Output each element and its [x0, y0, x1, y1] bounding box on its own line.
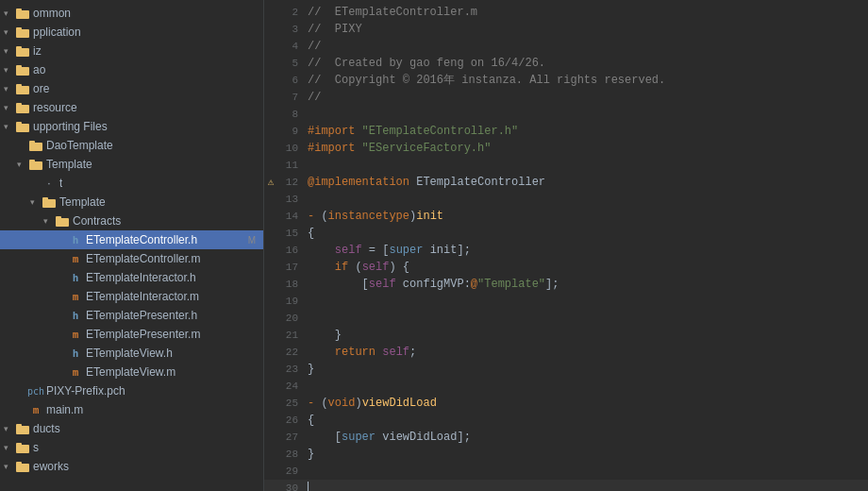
line-content[interactable]: } — [308, 446, 849, 463]
line-content[interactable]: #import "ETemplateController.h" — [308, 123, 849, 140]
sidebar-item-label: ore — [33, 82, 49, 95]
svg-rect-27 — [16, 462, 22, 466]
line-content[interactable]: if (self) { — [308, 259, 849, 276]
code-line: 11 — [264, 157, 868, 174]
token-method: viewDidLoad — [362, 397, 437, 410]
line-number: 8 — [277, 106, 308, 123]
sidebar-item-supporting[interactable]: ▾upporting Files — [0, 117, 263, 136]
sidebar-item-ETemplatePresenter.h[interactable]: hETemplatePresenter.h — [0, 306, 263, 325]
token-plain: configMVP: — [396, 278, 471, 291]
code-line: 13 — [264, 191, 868, 208]
sidebar-item-Template-group[interactable]: ▾Template — [0, 155, 263, 174]
sidebar-item-Template-sub[interactable]: ▾Template — [0, 193, 263, 212]
line-content[interactable]: // Created by gao feng on 16/4/26. — [308, 55, 849, 72]
line-content[interactable]: #import "EServiceFactory.h" — [308, 140, 849, 157]
file-icon — [15, 459, 30, 474]
line-number: 16 — [277, 242, 308, 259]
line-number: 6 — [277, 72, 308, 89]
svg-rect-1 — [16, 8, 22, 12]
sidebar-item-ETemplateView.m[interactable]: mETemplateView.m — [0, 363, 263, 381]
file-icon: m — [28, 402, 43, 417]
line-content[interactable]: [self configMVP:@"Template"]; — [308, 276, 849, 293]
sidebar-item-label: iz — [33, 44, 42, 58]
token-blue: super — [342, 431, 376, 444]
token-plain: ( — [348, 261, 361, 274]
line-content[interactable]: // Copyright © 2016年 instanza. All right… — [308, 72, 849, 89]
file-icon: m — [68, 251, 83, 266]
token-comment: // Copyright © 2016年 instanza. All right… — [308, 74, 665, 87]
sidebar-item-eworks[interactable]: ▾eworks — [0, 457, 263, 476]
line-content[interactable]: return self; — [308, 344, 849, 361]
line-content[interactable]: // PIXY — [308, 21, 849, 38]
sidebar-item-main.m[interactable]: mmain.m — [0, 400, 263, 419]
file-icon — [42, 195, 57, 210]
line-content[interactable]: @implementation ETemplateController — [308, 174, 849, 191]
file-icon — [15, 43, 30, 59]
line-content[interactable]: // — [308, 89, 849, 106]
file-icon — [15, 62, 30, 77]
line-content[interactable]: // ETemplateController.m — [308, 4, 849, 21]
sidebar-item-ore[interactable]: ▾ore — [0, 79, 263, 98]
sidebar-item-label: pplication — [33, 25, 81, 39]
svg-rect-5 — [16, 46, 22, 50]
token-string: "EServiceFactory.h" — [362, 142, 492, 155]
line-content[interactable]: { — [308, 412, 849, 429]
sidebar-item-label: ETemplateInteractor.m — [86, 290, 199, 303]
line-content[interactable]: - (instancetype)init — [308, 208, 849, 225]
chevron-icon: ▾ — [4, 462, 15, 471]
line-number: 15 — [277, 225, 308, 242]
sidebar-item-t[interactable]: ·t — [0, 174, 263, 193]
code-line: 14- (instancetype)init — [264, 208, 868, 225]
line-content[interactable]: } — [308, 327, 849, 344]
sidebar-item-label: ETemplateView.h — [86, 347, 173, 360]
code-line: 24 — [264, 378, 868, 395]
file-icon — [15, 100, 30, 115]
sidebar: ▾ommon▾pplication▾iz▾ao▾ore▾resource▾upp… — [0, 0, 264, 491]
sidebar-item-ducts[interactable]: ▾ducts — [0, 419, 263, 438]
chevron-icon: ▾ — [43, 216, 55, 226]
sidebar-item-ETemplateInteractor.m[interactable]: mETemplateInteractor.m — [0, 287, 263, 306]
gutter-warning: ⚠ — [264, 174, 277, 191]
sidebar-item-PIXY-Prefix.pch[interactable]: pchPIXY-Prefix.pch — [0, 381, 263, 400]
token-plain: } — [308, 363, 314, 376]
sidebar-item-DaoTemplate[interactable]: DaoTemplate — [0, 136, 263, 155]
sidebar-item-common[interactable]: ▾ommon — [0, 4, 263, 23]
line-content[interactable]: // — [308, 38, 849, 55]
sidebar-item-application[interactable]: ▾pplication — [0, 23, 263, 42]
sidebar-item-iz[interactable]: ▾iz — [0, 42, 263, 60]
token-self: self — [369, 278, 396, 291]
sidebar-item-ETemplateController.h[interactable]: hETemplateController.hM — [0, 230, 263, 249]
sidebar-item-ETemplateInteractor.h[interactable]: hETemplateInteractor.h — [0, 268, 263, 287]
line-number: 28 — [277, 446, 308, 463]
sidebar-item-label: upporting Files — [33, 120, 108, 133]
file-badge: M — [248, 235, 259, 246]
token-comment: // — [308, 40, 321, 53]
line-content[interactable] — [308, 480, 849, 491]
token-comment: // — [308, 91, 321, 104]
line-content[interactable]: [super viewDidLoad]; — [308, 429, 849, 446]
token-directive: #import — [308, 142, 362, 155]
line-content[interactable]: - (void)viewDidLoad — [308, 395, 849, 412]
sidebar-item-ETemplateView.h[interactable]: hETemplateView.h — [0, 344, 263, 363]
line-content[interactable]: self = [super init]; — [308, 242, 849, 259]
token-blue: super — [389, 244, 423, 257]
sidebar-item-s[interactable]: ▾s — [0, 438, 263, 457]
line-number: 22 — [277, 344, 308, 361]
line-content[interactable]: { — [308, 225, 849, 242]
sidebar-item-ETemplateController.m[interactable]: mETemplateController.m — [0, 249, 263, 268]
file-icon — [15, 421, 30, 436]
sidebar-item-Contracts[interactable]: ▾Contracts — [0, 212, 263, 230]
token-spaces — [308, 431, 335, 444]
token-keyword: void — [328, 397, 356, 410]
sidebar-item-resource[interactable]: ▾resource — [0, 98, 263, 117]
editor: 2// ETemplateController.m3// PIXY4//5// … — [264, 0, 868, 491]
sidebar-item-label: ao — [33, 63, 45, 76]
code-line: 9#import "ETemplateController.h" — [264, 123, 868, 140]
token-plain: = [ — [362, 244, 390, 257]
line-content[interactable]: } — [308, 361, 849, 378]
token-spaces — [308, 244, 335, 257]
token-plain: init]; — [423, 244, 470, 257]
line-number: 14 — [277, 208, 308, 225]
sidebar-item-ao[interactable]: ▾ao — [0, 60, 263, 79]
sidebar-item-ETemplatePresenter.m[interactable]: mETemplatePresenter.m — [0, 325, 263, 344]
